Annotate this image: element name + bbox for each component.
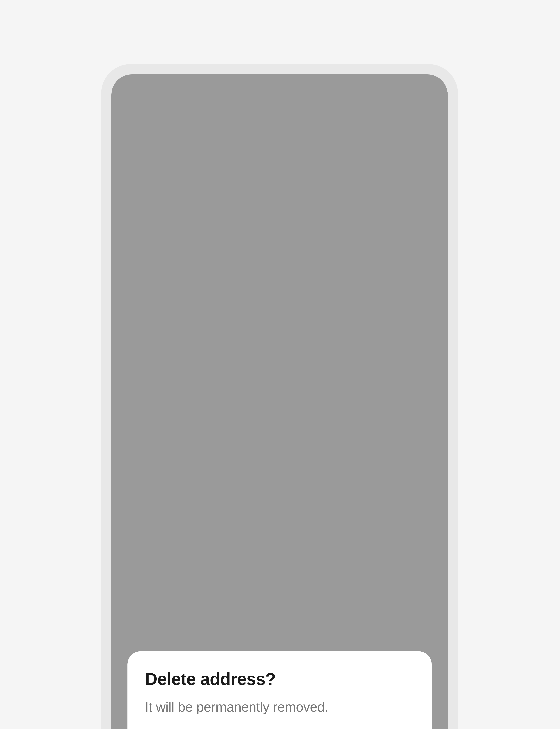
dialog-title: Delete address? xyxy=(145,669,414,689)
dialog-body: It will be permanently removed. xyxy=(145,698,414,716)
phone-frame: Delete address? It will be permanently r… xyxy=(101,64,458,729)
phone-screen: Delete address? It will be permanently r… xyxy=(111,74,448,729)
confirm-dialog: Delete address? It will be permanently r… xyxy=(127,651,432,729)
